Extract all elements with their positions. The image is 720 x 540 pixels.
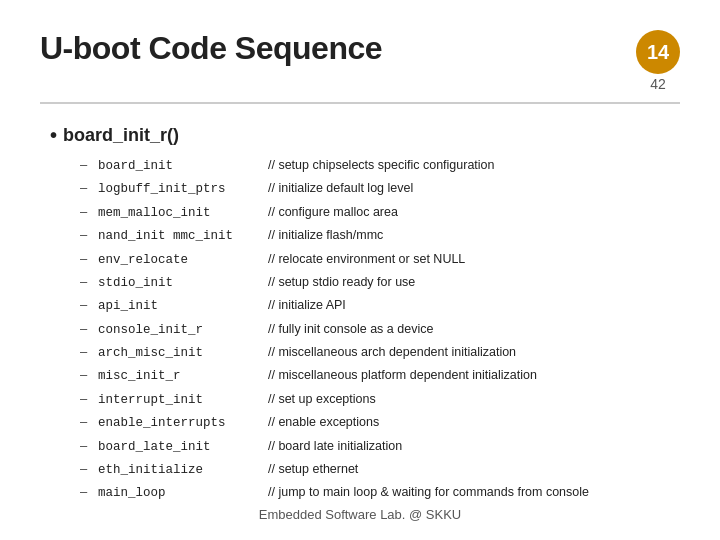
bullet-icon: •	[50, 124, 57, 147]
slide-number-sub: 42	[650, 76, 666, 92]
table-row: – arch_misc_init // miscellaneous arch d…	[80, 342, 680, 363]
func-comment: // setup chipselects specific configurat…	[268, 156, 495, 175]
dash-icon: –	[80, 459, 98, 479]
dash-icon: –	[80, 482, 98, 502]
table-row: – api_init // initialize API	[80, 295, 680, 316]
dash-icon: –	[80, 178, 98, 198]
content: • board_init_r() – board_init // setup c…	[40, 124, 680, 504]
dash-icon: –	[80, 225, 98, 245]
dash-icon: –	[80, 412, 98, 432]
table-row: – board_late_init // board late initiali…	[80, 436, 680, 457]
header: U-boot Code Sequence 14 42	[40, 30, 680, 104]
func-name: logbuff_init_ptrs	[98, 180, 268, 199]
func-name: interrupt_init	[98, 391, 268, 410]
dash-icon: –	[80, 272, 98, 292]
items-table: – board_init // setup chipselects specif…	[50, 155, 680, 504]
dash-icon: –	[80, 436, 98, 456]
table-row: – console_init_r // fully init console a…	[80, 319, 680, 340]
dash-icon: –	[80, 202, 98, 222]
func-name: board_init	[98, 157, 268, 176]
table-row: – nand_init mmc_init // initialize flash…	[80, 225, 680, 246]
table-row: – logbuff_init_ptrs // initialize defaul…	[80, 178, 680, 199]
func-name: misc_init_r	[98, 367, 268, 386]
func-name: main_loop	[98, 484, 268, 503]
func-name: mem_malloc_init	[98, 204, 268, 223]
func-name: nand_init mmc_init	[98, 227, 268, 246]
slide-title: U-boot Code Sequence	[40, 30, 382, 67]
func-comment: // configure malloc area	[268, 203, 398, 222]
func-comment: // initialize API	[268, 296, 346, 315]
dash-icon: –	[80, 319, 98, 339]
func-comment: // set up exceptions	[268, 390, 376, 409]
func-comment: // fully init console as a device	[268, 320, 433, 339]
func-comment: // enable exceptions	[268, 413, 379, 432]
table-row: – mem_malloc_init // configure malloc ar…	[80, 202, 680, 223]
func-comment: // relocate environment or set NULL	[268, 250, 465, 269]
dash-icon: –	[80, 249, 98, 269]
dash-icon: –	[80, 155, 98, 175]
func-name: enable_interrupts	[98, 414, 268, 433]
slide-number-circle: 14	[636, 30, 680, 74]
func-comment: // initialize default log level	[268, 179, 413, 198]
dash-icon: –	[80, 365, 98, 385]
func-comment: // initialize flash/mmc	[268, 226, 383, 245]
table-row: – eth_initialize // setup ethernet	[80, 459, 680, 480]
func-name: console_init_r	[98, 321, 268, 340]
func-name: stdio_init	[98, 274, 268, 293]
dash-icon: –	[80, 389, 98, 409]
func-comment: // board late initialization	[268, 437, 402, 456]
table-row: – env_relocate // relocate environment o…	[80, 249, 680, 270]
table-row: – interrupt_init // set up exceptions	[80, 389, 680, 410]
section-title: • board_init_r()	[50, 124, 680, 147]
table-row: – main_loop // jump to main loop & waiti…	[80, 482, 680, 503]
func-comment: // miscellaneous arch dependent initiali…	[268, 343, 516, 362]
func-name: eth_initialize	[98, 461, 268, 480]
func-name: board_late_init	[98, 438, 268, 457]
table-row: – misc_init_r // miscellaneous platform …	[80, 365, 680, 386]
table-row: – enable_interrupts // enable exceptions	[80, 412, 680, 433]
table-row: – stdio_init // setup stdio ready for us…	[80, 272, 680, 293]
func-name: arch_misc_init	[98, 344, 268, 363]
section-label: board_init_r()	[63, 125, 179, 146]
func-comment: // setup ethernet	[268, 460, 358, 479]
func-comment: // setup stdio ready for use	[268, 273, 415, 292]
dash-icon: –	[80, 295, 98, 315]
footer: Embedded Software Lab. @ SKKU	[0, 507, 720, 522]
table-row: – board_init // setup chipselects specif…	[80, 155, 680, 176]
func-comment: // miscellaneous platform dependent init…	[268, 366, 537, 385]
func-comment: // jump to main loop & waiting for comma…	[268, 483, 589, 502]
slide-number-container: 14 42	[636, 30, 680, 92]
func-name: api_init	[98, 297, 268, 316]
func-name: env_relocate	[98, 251, 268, 270]
dash-icon: –	[80, 342, 98, 362]
slide: U-boot Code Sequence 14 42 • board_init_…	[0, 0, 720, 540]
